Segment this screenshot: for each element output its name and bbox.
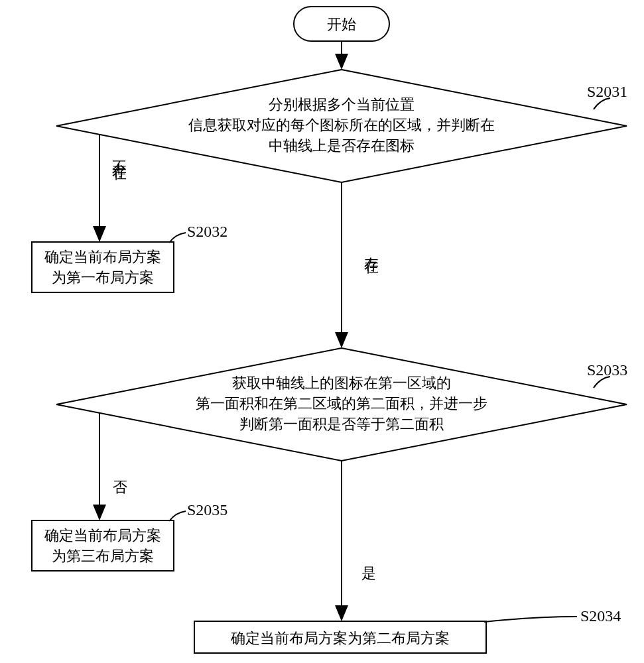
step-s2035: S2035 [187, 501, 227, 519]
step-s2033: S2033 [587, 361, 627, 379]
decision2-yes-label: 是 [361, 564, 376, 583]
s2034-connector [484, 617, 577, 622]
decision1-text: 分别根据多个当前位置 信息获取对应的每个图标所在的区域，并判断在 中轴线上是否存… [123, 95, 560, 156]
process2-text: 确定当前布局方案 为第三布局方案 [32, 526, 174, 567]
process1-text: 确定当前布局方案 为第一布局方案 [32, 247, 174, 288]
step-s2034: S2034 [580, 607, 621, 625]
step-s2031: S2031 [587, 83, 627, 101]
start-text: 开始 [294, 15, 389, 35]
decision1-no-label: 不存在 [109, 149, 129, 157]
step-s2032: S2032 [187, 223, 227, 241]
decision2-no-label: 否 [113, 477, 127, 497]
process3-text: 确定当前布局方案为第二布局方案 [194, 629, 486, 649]
decision2-text: 获取中轴线上的图标在第一区域的 第一面积和在第二区域的第二面积，并进一步 判断第… [123, 373, 560, 434]
s2035-connector [169, 511, 186, 521]
s2032-connector [169, 233, 186, 243]
decision1-yes-label: 存在 [361, 245, 381, 251]
